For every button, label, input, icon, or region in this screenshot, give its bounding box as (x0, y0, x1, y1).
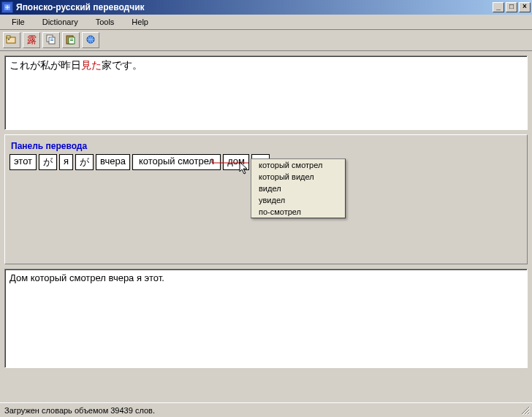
svg-rect-12 (70, 40, 73, 41)
source-text-post: 家です。 (102, 59, 142, 71)
token-etot[interactable]: этот (10, 154, 37, 170)
toolbar-kanji-button[interactable]: 露 (23, 32, 40, 48)
maximize-button[interactable]: □ (506, 2, 517, 12)
title-bar: Японско-русский переводчик _ □ × (0, 0, 532, 15)
panel-title: Панель перевода (10, 141, 522, 154)
translation-panel: Панель перевода этот が я が вчера который… (4, 134, 528, 264)
token-ga-1[interactable]: が (39, 154, 57, 170)
resize-grip-icon[interactable] (520, 405, 531, 416)
close-button[interactable]: × (519, 2, 531, 12)
source-textarea[interactable]: これが私が昨日見た家です。 (4, 56, 528, 130)
svg-rect-2 (7, 36, 10, 38)
source-text-pre: これが私が昨日 (10, 59, 81, 71)
source-text-highlight: 見た (81, 59, 102, 71)
token-ya[interactable]: я (59, 154, 73, 170)
toolbar-web-button[interactable] (82, 32, 99, 48)
copy-icon (45, 34, 57, 46)
popup-option-5[interactable]: по-смотрел (251, 206, 345, 218)
token-kotoryi-smotrel[interactable]: который смотрел (132, 154, 221, 170)
toolbar: 露 (0, 30, 532, 51)
toolbar-open-button[interactable] (3, 32, 20, 48)
status-bar: Загружен словарь объемом 39439 слов. (0, 402, 532, 417)
web-icon (85, 34, 96, 46)
app-icon (1, 1, 13, 13)
popup-option-3[interactable]: видел (251, 183, 345, 194)
menu-bar: File Dictionary Tools Help (0, 15, 532, 30)
paste-icon (65, 34, 77, 46)
svg-rect-3 (8, 39, 10, 40)
toolbar-paste-button[interactable] (62, 32, 80, 48)
open-icon (6, 34, 18, 46)
token-dom[interactable]: дом (223, 154, 249, 170)
svg-rect-7 (50, 39, 53, 39)
menu-help[interactable]: Help (123, 16, 157, 28)
popup-option-1[interactable]: который смотрел (251, 159, 345, 171)
toolbar-copy-button[interactable] (42, 32, 60, 48)
content-area: これが私が昨日見た家です。 Панель перевода этот が я が… (0, 51, 532, 401)
status-text: Загружен словарь объемом 39439 слов. (4, 406, 155, 415)
svg-text:露: 露 (27, 34, 37, 45)
window-title: Японско-русский переводчик (16, 2, 493, 12)
menu-dictionary[interactable]: Dictionary (34, 16, 87, 28)
popup-option-2[interactable]: который видел (251, 171, 345, 183)
menu-file[interactable]: File (3, 16, 34, 28)
token-ga-2[interactable]: が (75, 154, 94, 170)
menu-tools[interactable]: Tools (87, 16, 123, 28)
translation-popup: который смотрел который видел видел увид… (251, 158, 346, 218)
output-textarea[interactable]: Дом который смотрел вчера я этот. (4, 269, 528, 368)
minimize-button[interactable]: _ (493, 2, 504, 12)
svg-rect-11 (70, 39, 73, 39)
output-text: Дом который смотрел вчера я этот. (10, 272, 164, 283)
window-buttons: _ □ × (493, 2, 531, 12)
svg-rect-8 (50, 40, 53, 41)
kanji-icon: 露 (26, 34, 37, 46)
token-vchera[interactable]: вчера (96, 154, 130, 170)
popup-option-4[interactable]: увидел (251, 194, 345, 206)
